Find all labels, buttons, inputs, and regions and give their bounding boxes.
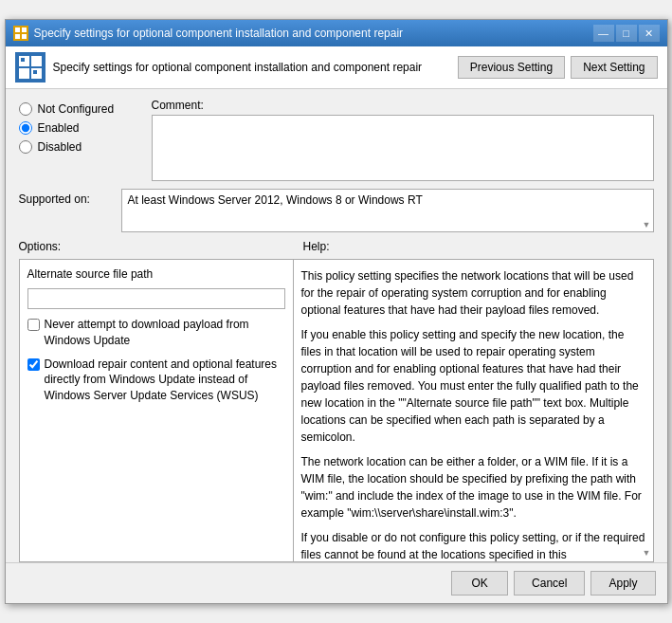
bottom-bar: OK Cancel Apply [6,562,667,603]
help-para-1: This policy setting specifies the networ… [301,267,645,319]
supported-label: Supported on: [19,189,114,206]
window-icon [13,26,28,41]
disabled-label: Disabled [38,140,82,154]
enabled-radio[interactable] [19,121,32,135]
minimize-button[interactable]: — [593,25,614,42]
options-help-labels: Options: Help: [19,240,654,253]
help-scroll-indicator: ▼ [643,547,651,560]
titlebar-left: Specify settings for optional component … [13,26,404,41]
header-bar: Specify settings for optional component … [6,46,667,89]
header-left: Specify settings for optional component … [15,52,423,82]
options-panel: Alternate source file path Never attempt… [19,259,294,562]
header-title: Specify settings for optional component … [53,61,423,74]
not-configured-option[interactable]: Not Configured [19,102,142,116]
svg-rect-0 [15,27,20,32]
main-window: Specify settings for optional component … [5,19,668,604]
window-title: Specify settings for optional component … [34,27,404,40]
header-buttons: Previous Setting Next Setting [458,56,658,79]
scroll-indicator: ▼ [643,220,651,229]
svg-rect-6 [19,68,29,79]
apply-button[interactable]: Apply [590,571,655,596]
next-setting-button[interactable]: Next Setting [571,56,657,79]
download-from-wu-option[interactable]: Download repair content and optional fea… [27,357,285,404]
supported-box: At least Windows Server 2012, Windows 8 … [121,189,654,232]
svg-rect-1 [22,27,27,32]
supported-value: At least Windows Server 2012, Windows 8 … [128,193,423,207]
options-help-row: Alternate source file path Never attempt… [19,259,654,562]
disabled-option[interactable]: Disabled [19,140,142,154]
top-row: Not Configured Enabled Disabled Comment: [19,99,654,181]
help-para-4: If you disable or do not configure this … [301,529,645,562]
options-label: Options: [19,240,294,253]
supported-row: Supported on: At least Windows Server 20… [19,189,654,232]
never-download-option[interactable]: Never attempt to download payload from W… [27,317,285,349]
help-para-2: If you enable this policy setting and sp… [301,326,645,446]
main-content: Not Configured Enabled Disabled Comment:… [6,89,667,562]
never-download-label: Never attempt to download payload from W… [45,317,285,349]
help-panel: This policy setting specifies the networ… [294,259,654,562]
svg-rect-8 [21,58,25,62]
svg-rect-3 [22,34,27,39]
policy-icon [15,52,45,82]
enabled-option[interactable]: Enabled [19,121,142,135]
help-para-3: The network location can be either a fol… [301,453,645,522]
titlebar: Specify settings for optional component … [6,20,667,46]
disabled-radio[interactable] [19,140,32,154]
previous-setting-button[interactable]: Previous Setting [458,56,565,79]
svg-rect-9 [33,70,37,74]
close-button[interactable]: ✕ [639,25,660,42]
not-configured-radio[interactable] [19,102,32,116]
not-configured-label: Not Configured [38,102,115,116]
maximize-button[interactable]: □ [616,25,637,42]
source-file-input[interactable] [27,288,285,309]
ok-button[interactable]: OK [451,571,508,596]
comment-label: Comment: [152,99,654,112]
source-file-label: Alternate source file path [27,267,285,281]
comment-textarea[interactable] [152,115,654,181]
radio-group: Not Configured Enabled Disabled [19,99,142,154]
never-download-checkbox[interactable] [27,319,40,331]
titlebar-controls: — □ ✕ [593,25,660,42]
comment-section: Comment: [152,99,654,181]
svg-rect-5 [31,56,42,66]
svg-rect-2 [15,34,20,39]
download-from-wu-checkbox[interactable] [27,358,40,371]
cancel-button[interactable]: Cancel [514,571,585,596]
help-label: Help: [294,240,654,253]
download-from-wu-label: Download repair content and optional fea… [45,357,285,404]
enabled-label: Enabled [38,121,80,135]
